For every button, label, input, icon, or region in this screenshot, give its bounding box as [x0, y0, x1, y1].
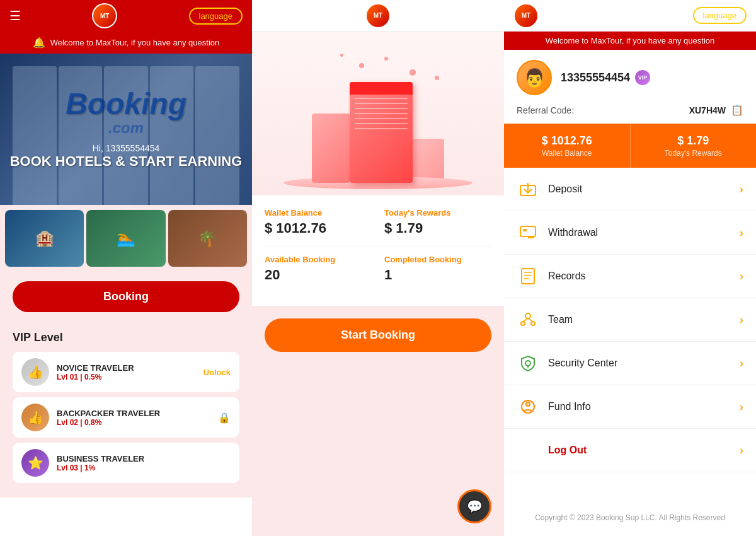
withdrawal-chevron: ›	[740, 226, 743, 240]
hero-title: BOOK HOTELS & START EARNING	[10, 153, 243, 170]
deposit-label: Deposit	[548, 184, 731, 195]
copy-icon[interactable]: 📋	[731, 104, 743, 116]
withdrawal-label: Withdrawal	[548, 227, 731, 238]
mid-hero	[252, 32, 504, 195]
right-panel: MT language Welcome to MaxTour, if you h…	[504, 0, 756, 536]
balance-bar: $ 1012.76 Wallet Balance $ 1.79 Today's …	[504, 124, 756, 168]
deposit-icon	[519, 180, 537, 198]
svg-rect-3	[523, 229, 527, 231]
vip-section: VIP Level 👍 NOVICE TRAVELER Lvl 01 | 0.5…	[0, 322, 252, 498]
lock-icon-2: 🔒	[218, 412, 231, 424]
menu-item-fund[interactable]: Fund Info ›	[504, 385, 756, 429]
svg-point-11	[531, 322, 535, 325]
fund-label: Fund Info	[548, 401, 731, 412]
building-main	[350, 82, 413, 183]
building-side	[312, 114, 350, 183]
records-icon	[519, 267, 537, 285]
svg-rect-2	[520, 226, 536, 236]
language-button[interactable]: language	[189, 8, 243, 25]
vip-item-3: ⭐ BUSINESS TRAVELER Lvl 03 | 1%	[13, 443, 239, 483]
rewards-label: Today's Rewards	[665, 149, 722, 158]
records-label: Records	[548, 271, 731, 282]
available-booking-block: Available Booking 20	[265, 255, 372, 283]
available-booking-value: 20	[265, 267, 372, 283]
vip-badge-3: ⭐	[21, 449, 49, 477]
hotel-image-3: 🌴	[168, 210, 247, 267]
vip-level-3: Lvl 03 | 1%	[57, 463, 231, 472]
todays-rewards-value: $ 1.79	[384, 220, 491, 236]
security-chevron: ›	[740, 357, 743, 370]
wallet-balance-block: Wallet Balance $ 1012.76	[265, 208, 372, 236]
team-icon	[519, 311, 537, 329]
left-header: ☰ MT language	[0, 0, 252, 32]
balance-amount: $ 1012.76	[542, 134, 592, 148]
vip-title: VIP Level	[13, 331, 239, 344]
vip-name-3: BUSINESS TRAVELER	[57, 454, 231, 463]
svg-line-12	[523, 318, 528, 322]
rewards-amount: $ 1.79	[677, 134, 709, 148]
wallet-balance-label: Wallet Balance	[265, 208, 372, 218]
right-language-button[interactable]: language	[693, 7, 747, 24]
completed-booking-label: Completed Booking	[384, 255, 491, 264]
booking-com-text: .com	[66, 119, 186, 137]
middle-panel: MT	[252, 0, 504, 536]
vip-level-1: Lvl 01 | 0.5%	[57, 373, 196, 382]
security-label: Security Center	[548, 358, 731, 369]
balance-label: Wallet Balance	[542, 149, 592, 158]
team-label: Team	[548, 314, 731, 325]
records-chevron: ›	[740, 270, 743, 283]
menu-item-withdrawal[interactable]: Withdrawal ›	[504, 211, 756, 255]
available-booking-label: Available Booking	[265, 255, 372, 264]
referral-row: Referral Code: XU7H4W 📋	[504, 102, 756, 124]
team-chevron: ›	[740, 313, 743, 327]
menu-item-logout[interactable]: Log Out ›	[504, 429, 756, 472]
vip-level-2: Lvl 02 | 0.8%	[57, 418, 210, 427]
level-badge: VIP	[635, 70, 650, 85]
vip-action-1[interactable]: Unlock	[203, 368, 231, 377]
svg-point-9	[525, 313, 530, 318]
booking-button[interactable]: Booking	[13, 281, 239, 312]
right-logo: MT	[513, 3, 539, 28]
withdrawal-icon	[519, 224, 537, 242]
logo: MT	[92, 3, 117, 28]
vip-badge-1: 👍	[21, 358, 49, 386]
hamburger-icon[interactable]: ☰	[9, 8, 21, 23]
deposit-chevron: ›	[740, 183, 743, 196]
mid-header: MT	[252, 0, 504, 32]
mid-stats: Wallet Balance $ 1012.76 Today's Rewards…	[252, 195, 504, 306]
security-icon	[519, 354, 537, 372]
svg-point-17	[526, 402, 530, 406]
menu-item-deposit[interactable]: Deposit ›	[504, 168, 756, 211]
hero-section: Booking .com Hi, 13355554454 BOOK HOTELS…	[0, 54, 252, 205]
menu-item-security[interactable]: Security Center ›	[504, 342, 756, 385]
logout-label: Log Out	[548, 445, 731, 456]
menu-item-records[interactable]: Records ›	[504, 255, 756, 298]
vip-item-1: 👍 NOVICE TRAVELER Lvl 01 | 0.5% Unlock	[13, 352, 239, 392]
avatar: 👨	[517, 60, 552, 95]
bell-icon: 🔔	[33, 37, 45, 49]
todays-rewards-label: Today's Rewards	[384, 208, 491, 218]
building-small	[413, 139, 444, 183]
menu-item-team[interactable]: Team ›	[504, 298, 756, 342]
svg-rect-5	[522, 269, 534, 284]
svg-line-13	[528, 318, 533, 322]
referral-label: Referral Code:	[517, 105, 574, 115]
referral-code: XU7H4W	[689, 105, 726, 115]
menu-list: Deposit › Withdrawal ›	[504, 168, 756, 504]
rewards-balance-bar: $ 1.79 Today's Rewards	[631, 124, 757, 168]
hero-user-greeting: Hi, 13355554454	[93, 143, 160, 153]
wallet-balance-value: $ 1012.76	[265, 220, 372, 236]
booking-btn-section: Booking	[0, 272, 252, 322]
start-booking-button[interactable]: Start Booking	[265, 318, 491, 352]
chat-bubble-mid[interactable]: 💬	[457, 489, 491, 523]
fund-icon	[519, 398, 537, 416]
svg-point-14	[525, 361, 530, 366]
right-header: MT language	[504, 0, 756, 32]
welcome-banner: 🔔 Welcome to MaxTour, if you have any qu…	[0, 32, 252, 54]
vip-name-1: NOVICE TRAVELER	[57, 363, 196, 373]
hotel-image-2: 🏊	[86, 210, 165, 267]
hotel-illustration	[271, 44, 485, 183]
svg-point-10	[521, 322, 525, 325]
vip-name-2: BACKPACKER TRAVELER	[57, 409, 210, 418]
logout-chevron: ›	[740, 444, 743, 457]
